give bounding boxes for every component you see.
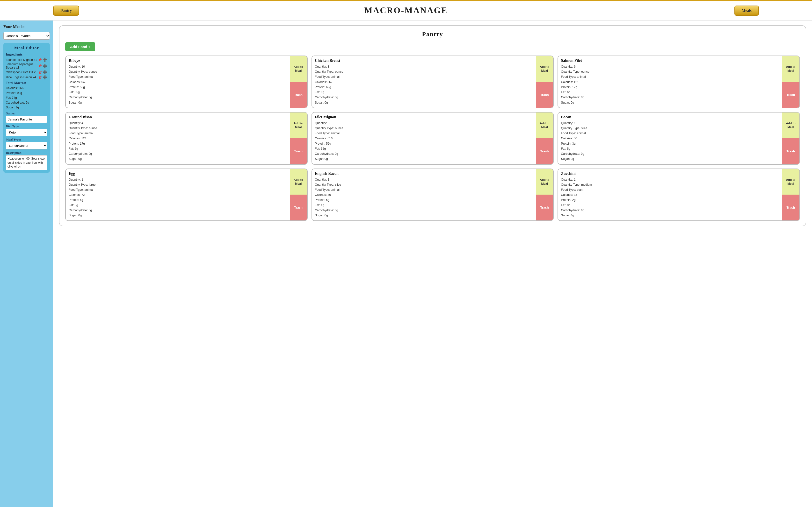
ingredient-row: 5medium Asparagus Spears x3 🗑 ➕ — [6, 62, 47, 69]
trash-food-button-8[interactable]: Trash — [782, 194, 800, 220]
food-name: Ribeye — [69, 58, 287, 63]
description-label: Description: — [6, 151, 47, 155]
add-ingredient-icon[interactable]: ➕ — [43, 64, 47, 68]
food-info: Ground Bison Quantity: 4 Quantity Type: … — [66, 113, 290, 164]
add-to-meal-button-0[interactable]: Add to Meal — [290, 56, 307, 82]
pantry-area: Pantry Add Food + Ribeye Quantity: 10 Qu… — [53, 20, 812, 507]
food-card: Zucchini Quantity: 1 Quantity Type: medi… — [558, 169, 800, 221]
add-to-meal-button-8[interactable]: Add to Meal — [782, 169, 800, 195]
diet-type-label: Diet Type: — [6, 124, 47, 128]
trash-food-button-3[interactable]: Trash — [290, 138, 307, 164]
food-card: English Bacon Quantity: 1 Quantity Type:… — [311, 169, 554, 221]
description-text: Heat oven to 400. Sear steak on all side… — [6, 155, 47, 170]
delete-ingredient-icon[interactable]: 🗑 — [39, 75, 42, 79]
ingredient-row: tablespoon Olive Oil x1 🗑 ➕ — [6, 70, 47, 74]
main-layout: Your Meals: Jenna's Favorite Meal Editor… — [0, 20, 812, 507]
food-name: Chicken Breast — [315, 58, 533, 63]
total-macros-label: Total Macros: — [6, 81, 47, 85]
food-info: Bacon Quantity: 1 Quantity Type: slice F… — [558, 113, 782, 164]
trash-food-button-5[interactable]: Trash — [782, 138, 800, 164]
meal-type-selector[interactable]: Lunch/Dinner Breakfast Snack — [6, 142, 47, 150]
ingredient-row: slice English Bacon x4 🗑 ➕ — [6, 75, 47, 79]
ingredient-list: 8ounce Filet Mignon x1 🗑 ➕ 5medium Aspar… — [6, 57, 47, 79]
add-to-meal-button-2[interactable]: Add to Meal — [782, 56, 800, 82]
ingredient-text: tablespoon Olive Oil x1 — [6, 70, 39, 74]
food-name: Zucchini — [561, 171, 779, 176]
macros-section: Calories: 966Protein: 90gFat: 74gCarbohy… — [6, 86, 47, 110]
food-name: Bacon — [561, 115, 779, 119]
pantry-heading: Pantry — [65, 31, 800, 38]
food-info: Filet Mignon Quantity: 8 Quantity Type: … — [312, 113, 536, 164]
add-ingredient-icon[interactable]: ➕ — [43, 75, 47, 79]
delete-ingredient-icon[interactable]: 🗑 — [39, 70, 42, 74]
add-ingredient-icon[interactable]: ➕ — [43, 70, 47, 74]
sidebar: Your Meals: Jenna's Favorite Meal Editor… — [0, 20, 53, 507]
add-to-meal-button-4[interactable]: Add to Meal — [536, 113, 553, 138]
ingredient-text: slice English Bacon x4 — [6, 75, 39, 79]
add-to-meal-button-5[interactable]: Add to Meal — [782, 113, 800, 138]
food-actions: Add to MealTrash — [782, 56, 800, 108]
food-details: Quantity: 4 Quantity Type: ounce Food Ty… — [69, 121, 287, 162]
add-to-meal-button-3[interactable]: Add to Meal — [290, 113, 307, 138]
food-name: Filet Mignon — [315, 115, 533, 119]
food-name: Salmon Filet — [561, 58, 779, 63]
food-name: Ground Bison — [69, 115, 287, 119]
food-details: Quantity: 1 Quantity Type: medium Food T… — [561, 177, 779, 218]
trash-food-button-1[interactable]: Trash — [536, 82, 553, 108]
food-actions: Add to MealTrash — [782, 113, 800, 164]
meal-selector[interactable]: Jenna's Favorite — [3, 32, 50, 40]
food-details: Quantity: 8 Quantity Type: ounce Food Ty… — [315, 121, 533, 162]
food-card: Salmon Filet Quantity: 6 Quantity Type: … — [558, 56, 800, 108]
ingredient-text: 5medium Asparagus Spears x3 — [6, 62, 39, 69]
food-card: Filet Mignon Quantity: 8 Quantity Type: … — [311, 112, 554, 165]
add-to-meal-button-6[interactable]: Add to Meal — [290, 169, 307, 195]
food-actions: Add to MealTrash — [536, 113, 553, 164]
food-card: Bacon Quantity: 1 Quantity Type: slice F… — [558, 112, 800, 165]
food-details: Quantity: 1 Quantity Type: large Food Ty… — [69, 177, 287, 218]
food-actions: Add to MealTrash — [782, 169, 800, 221]
food-info: Zucchini Quantity: 1 Quantity Type: medi… — [558, 169, 782, 221]
food-details: Quantity: 1 Quantity Type: slice Food Ty… — [315, 177, 533, 218]
meal-editor-title: Meal Editor — [6, 45, 47, 50]
add-to-meal-button-1[interactable]: Add to Meal — [536, 56, 553, 82]
food-info: Salmon Filet Quantity: 6 Quantity Type: … — [558, 56, 782, 108]
food-name: Egg — [69, 171, 287, 176]
ingredient-text: 8ounce Filet Mignon x1 — [6, 58, 39, 62]
trash-food-button-6[interactable]: Trash — [290, 194, 307, 220]
meal-name-input[interactable] — [6, 116, 47, 123]
food-info: Ribeye Quantity: 10 Quantity Type: ounce… — [66, 56, 290, 108]
food-name: English Bacon — [315, 171, 533, 176]
add-food-button[interactable]: Add Food + — [65, 42, 95, 51]
food-info: Egg Quantity: 1 Quantity Type: large Foo… — [66, 169, 290, 221]
app-title: Macro-Manage — [364, 6, 448, 15]
trash-food-button-4[interactable]: Trash — [536, 138, 553, 164]
food-grid: Ribeye Quantity: 10 Quantity Type: ounce… — [65, 56, 800, 221]
add-food-label: Add Food + — [70, 45, 90, 49]
ingredient-row: 8ounce Filet Mignon x1 🗑 ➕ — [6, 57, 47, 62]
food-info: Chicken Breast Quantity: 8 Quantity Type… — [312, 56, 536, 108]
add-to-meal-button-7[interactable]: Add to Meal — [536, 169, 553, 195]
your-meals-label: Your Meals: — [3, 24, 50, 29]
food-actions: Add to MealTrash — [290, 56, 307, 108]
food-details: Quantity: 8 Quantity Type: ounce Food Ty… — [315, 64, 533, 105]
meals-button[interactable]: Meals — [734, 6, 759, 16]
pantry-container: Pantry Add Food + Ribeye Quantity: 10 Qu… — [59, 25, 806, 226]
add-ingredient-icon[interactable]: ➕ — [43, 57, 47, 62]
food-details: Quantity: 6 Quantity Type: ounce Food Ty… — [561, 64, 779, 105]
pantry-button[interactable]: Pantry — [53, 6, 79, 16]
trash-food-button-7[interactable]: Trash — [536, 194, 553, 220]
diet-type-selector[interactable]: Keto Paleo Standard — [6, 129, 47, 136]
food-details: Quantity: 10 Quantity Type: ounce Food T… — [69, 64, 287, 105]
food-card: Egg Quantity: 1 Quantity Type: large Foo… — [65, 169, 308, 221]
delete-ingredient-icon[interactable]: 🗑 — [39, 64, 42, 68]
food-info: English Bacon Quantity: 1 Quantity Type:… — [312, 169, 536, 221]
food-details: Quantity: 1 Quantity Type: slice Food Ty… — [561, 121, 779, 162]
food-card: Ribeye Quantity: 10 Quantity Type: ounce… — [65, 56, 308, 108]
trash-food-button-0[interactable]: Trash — [290, 82, 307, 108]
delete-ingredient-icon[interactable]: 🗑 — [39, 58, 42, 62]
food-card: Ground Bison Quantity: 4 Quantity Type: … — [65, 112, 308, 165]
food-actions: Add to MealTrash — [290, 113, 307, 164]
header: Pantry Macro-Manage Meals — [0, 1, 812, 20]
food-actions: Add to MealTrash — [290, 169, 307, 221]
trash-food-button-2[interactable]: Trash — [782, 82, 800, 108]
